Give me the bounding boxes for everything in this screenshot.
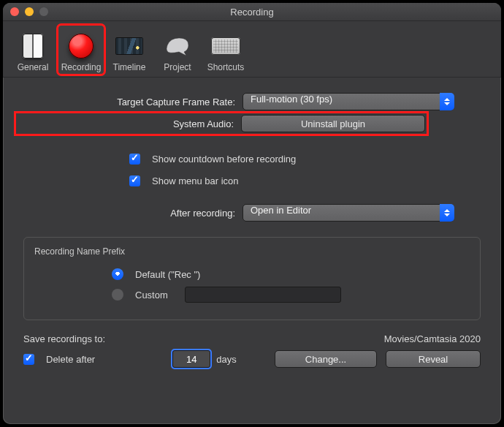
- frame-rate-select[interactable]: Full-motion (30 fps): [243, 93, 454, 110]
- record-icon: [69, 34, 93, 58]
- preferences-window: Recording General Recording Timeline Pro…: [3, 3, 501, 424]
- recording-name-prefix-group: Recording Name Prefix Default ("Rec ") C…: [23, 237, 481, 320]
- after-recording-select[interactable]: Open in Editor: [243, 204, 454, 222]
- zoom-window-button[interactable]: [39, 7, 48, 16]
- prefix-default-radio[interactable]: [112, 268, 123, 280]
- close-window-button[interactable]: [10, 7, 19, 16]
- row-show-countdown: Show countdown before recording: [16, 148, 488, 170]
- save-to-label: Save recordings to:: [23, 333, 105, 344]
- row-frame-rate: Target Capture Frame Rate: Full-motion (…: [16, 91, 488, 113]
- recording-pane: Target Capture Frame Rate: Full-motion (…: [3, 78, 501, 424]
- tab-label: General: [18, 62, 49, 72]
- tab-recording[interactable]: Recording: [57, 24, 105, 75]
- show-countdown-label: Show countdown before recording: [152, 154, 296, 165]
- window-controls: [3, 7, 48, 16]
- tab-bar: General Recording Timeline Project Short…: [3, 21, 501, 78]
- timeline-icon: [115, 37, 143, 55]
- minimize-window-button[interactable]: [25, 7, 34, 16]
- change-button[interactable]: Change...: [275, 350, 377, 368]
- uninstall-plugin-button[interactable]: Uninstall plugin: [241, 115, 425, 132]
- after-recording-label: After recording:: [16, 208, 243, 219]
- frame-rate-label: Target Capture Frame Rate:: [16, 97, 243, 107]
- delete-after-checkbox[interactable]: [23, 354, 34, 365]
- show-menubar-checkbox[interactable]: [129, 175, 140, 186]
- show-menubar-label: Show menu bar icon: [152, 175, 239, 186]
- tab-shortcuts[interactable]: Shortcuts: [202, 24, 250, 75]
- system-audio-label: System Audio:: [16, 118, 241, 129]
- frame-rate-value: Full-motion (30 fps): [243, 93, 454, 110]
- reveal-button[interactable]: Reveal: [386, 350, 481, 368]
- row-show-menubar: Show menu bar icon: [16, 170, 488, 192]
- general-icon: [23, 34, 43, 58]
- row-after-recording: After recording: Open in Editor: [16, 202, 488, 224]
- keyboard-icon: [211, 37, 240, 55]
- tab-general[interactable]: General: [9, 24, 57, 75]
- tab-timeline[interactable]: Timeline: [105, 24, 153, 75]
- row-system-audio: System Audio: Uninstall plugin: [16, 113, 488, 135]
- delete-after-days-input[interactable]: [172, 350, 210, 368]
- tab-label: Timeline: [113, 62, 146, 72]
- after-recording-value: Open in Editor: [243, 204, 454, 222]
- project-icon: [164, 37, 191, 56]
- show-countdown-checkbox[interactable]: [129, 154, 140, 165]
- prefix-custom-radio[interactable]: [112, 289, 123, 301]
- save-to-path: Movies/Camtasia 2020: [384, 333, 481, 344]
- delete-after-label: Delete after: [46, 354, 95, 365]
- prefix-custom-input[interactable]: [185, 287, 341, 303]
- tab-label: Recording: [61, 62, 102, 72]
- prefix-custom-label: Custom: [135, 290, 179, 301]
- tab-label: Shortcuts: [207, 62, 245, 72]
- group-title: Recording Name Prefix: [31, 243, 473, 264]
- titlebar: Recording: [3, 3, 501, 21]
- tab-label: Project: [164, 62, 191, 72]
- days-label: days: [216, 354, 236, 365]
- save-section: Save recordings to: Movies/Camtasia 2020…: [16, 320, 488, 368]
- tab-project[interactable]: Project: [153, 24, 202, 75]
- prefix-default-label: Default ("Rec "): [135, 269, 200, 280]
- window-title: Recording: [3, 7, 501, 18]
